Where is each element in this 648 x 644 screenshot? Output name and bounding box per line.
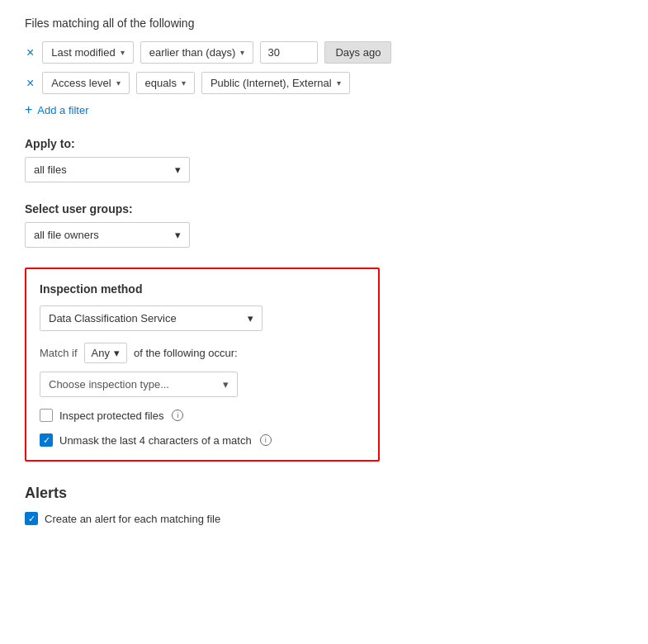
- remove-filter-last-modified[interactable]: ×: [25, 46, 35, 59]
- chevron-down-icon: ▾: [223, 378, 229, 391]
- match-if-value: Any: [92, 347, 110, 359]
- field-dropdown-last-modified[interactable]: Last modified ▾: [42, 41, 133, 64]
- match-if-row: Match if Any ▾ of the following occur:: [40, 343, 365, 363]
- add-filter-button[interactable]: + Add a filter: [25, 102, 623, 117]
- value-dropdown-access-level-label: Public (Internet), External: [210, 77, 332, 89]
- plus-icon: +: [25, 102, 32, 117]
- chevron-down-icon: ▾: [175, 163, 181, 176]
- alerts-section: Alerts ✓ Create an alert for each matchi…: [25, 485, 623, 525]
- inspect-protected-info-icon: i: [172, 410, 183, 421]
- inspect-protected-label: Inspect protected files: [59, 410, 163, 422]
- user-groups-section: Select user groups: all file owners ▾: [25, 202, 623, 248]
- match-if-label: Match if: [40, 347, 78, 359]
- match-if-dropdown[interactable]: Any ▾: [84, 343, 127, 363]
- operator-dropdown-last-modified-label: earlier than (days): [149, 46, 236, 59]
- remove-filter-access-level[interactable]: ×: [25, 77, 35, 90]
- inspection-method-title: Inspection method: [40, 282, 365, 296]
- inspection-method-section: Inspection method Data Classification Se…: [25, 268, 380, 462]
- unmask-last4-label: Unmask the last 4 characters of a match: [59, 434, 252, 447]
- filter-row-access-level: × Access level ▾ equals ▾ Public (Intern…: [25, 72, 623, 94]
- field-dropdown-access-level-label: Access level: [51, 77, 111, 89]
- field-dropdown-last-modified-label: Last modified: [51, 46, 115, 59]
- unmask-last4-row: ✓ Unmask the last 4 characters of a matc…: [40, 433, 365, 447]
- apply-to-section: Apply to: all files ▾: [25, 137, 623, 182]
- user-groups-dropdown[interactable]: all file owners ▾: [25, 222, 190, 248]
- user-groups-label: Select user groups:: [25, 202, 623, 215]
- operator-dropdown-access-level-label: equals: [145, 77, 177, 89]
- files-matching-label: Files matching all of the following: [25, 17, 623, 30]
- apply-to-dropdown[interactable]: all files ▾: [25, 157, 190, 182]
- apply-to-label: Apply to:: [25, 137, 623, 150]
- inspection-method-dropdown[interactable]: Data Classification Service ▾: [40, 305, 263, 331]
- chevron-down-icon: ▾: [175, 229, 181, 241]
- create-alert-label: Create an alert for each matching file: [45, 513, 220, 525]
- files-matching-header: Files matching all of the following: [25, 17, 623, 30]
- user-groups-value: all file owners: [34, 229, 99, 241]
- checkmark-icon: ✓: [43, 435, 50, 446]
- chevron-down-icon: ▾: [116, 78, 121, 88]
- chevron-down-icon: ▾: [337, 78, 341, 88]
- create-alert-row: ✓ Create an alert for each matching file: [25, 512, 623, 525]
- filter-row-last-modified: × Last modified ▾ earlier than (days) ▾ …: [25, 41, 623, 64]
- operator-dropdown-access-level[interactable]: equals ▾: [136, 72, 195, 94]
- create-alert-checkbox[interactable]: ✓: [25, 512, 38, 525]
- checkmark-icon: ✓: [28, 514, 35, 524]
- filter-list: × Last modified ▾ earlier than (days) ▾ …: [25, 41, 623, 94]
- chevron-down-icon: ▾: [182, 78, 186, 88]
- chevron-down-icon: ▾: [248, 312, 253, 324]
- alerts-title: Alerts: [25, 485, 623, 502]
- chevron-down-icon: ▾: [240, 48, 244, 57]
- choose-inspection-label: Choose inspection type...: [49, 378, 169, 391]
- value-dropdown-access-level[interactable]: Public (Internet), External ▾: [201, 72, 350, 94]
- operator-dropdown-last-modified[interactable]: earlier than (days) ▾: [140, 41, 254, 64]
- chevron-down-icon: ▾: [121, 48, 125, 57]
- inspect-protected-row: Inspect protected files i: [40, 409, 365, 422]
- days-ago-label: Days ago: [324, 41, 391, 64]
- value-input-last-modified[interactable]: [260, 41, 318, 64]
- occur-text: of the following occur:: [134, 347, 238, 359]
- inspect-protected-checkbox[interactable]: [40, 409, 53, 422]
- apply-to-value: all files: [34, 163, 67, 176]
- field-dropdown-access-level[interactable]: Access level ▾: [42, 72, 129, 94]
- inspection-method-value: Data Classification Service: [49, 312, 177, 324]
- chevron-down-icon: ▾: [114, 347, 120, 359]
- unmask-last4-checkbox[interactable]: ✓: [40, 433, 53, 447]
- add-filter-label: Add a filter: [37, 104, 88, 116]
- unmask-last4-info-icon: i: [260, 434, 272, 446]
- choose-inspection-dropdown[interactable]: Choose inspection type... ▾: [40, 372, 238, 397]
